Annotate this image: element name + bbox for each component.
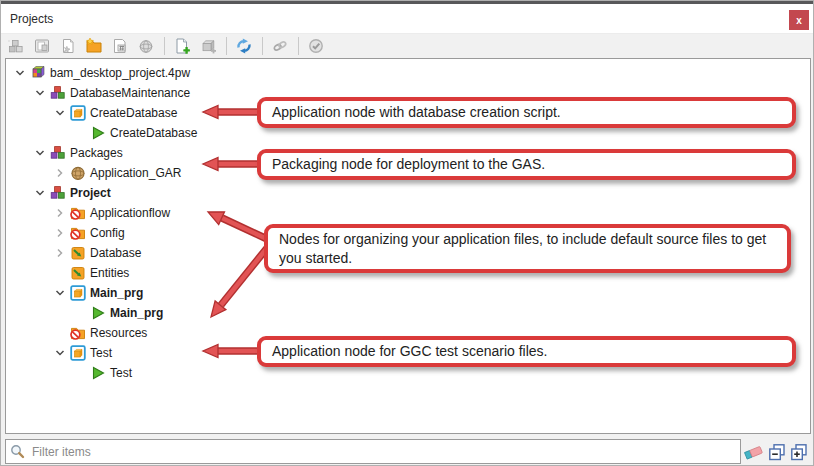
new-virtual-folder-icon[interactable] xyxy=(110,36,130,56)
clear-filter-eraser-icon[interactable] xyxy=(743,443,765,461)
tree-item-label: Project xyxy=(70,186,111,200)
chevron-right-icon[interactable] xyxy=(52,165,68,181)
tree-item-label: Entities xyxy=(90,266,129,280)
chevron-down-icon[interactable] xyxy=(12,65,28,81)
callout-text: Application node for GGC test scenario f… xyxy=(272,342,547,361)
new-project-icon[interactable] xyxy=(6,36,26,56)
toolbar-separator xyxy=(262,37,263,55)
expander-spacer xyxy=(72,365,88,381)
expander-spacer xyxy=(72,305,88,321)
chevron-down-icon[interactable] xyxy=(52,105,68,121)
tree-item-applicationflow[interactable]: Applicationflow xyxy=(6,203,810,223)
callout-create-database: Application node with database creation … xyxy=(257,97,796,128)
tree-item-label: Test xyxy=(90,346,112,360)
group-node-icon xyxy=(50,145,66,161)
excluded-folder-icon xyxy=(70,225,86,241)
group-node-icon xyxy=(50,185,66,201)
tree-item-label: Main_prg xyxy=(90,286,143,300)
tree-item-label: Packages xyxy=(70,146,123,160)
chevron-down-icon[interactable] xyxy=(32,185,48,201)
program-icon xyxy=(90,125,106,141)
link-icon[interactable] xyxy=(270,36,290,56)
tree-item-label: Test xyxy=(110,366,132,380)
chevron-right-icon[interactable] xyxy=(52,245,68,261)
tree-item-label: bam_desktop_project.4pw xyxy=(50,66,190,80)
tree-item-bam-desktop-project[interactable]: bam_desktop_project.4pw xyxy=(6,63,810,83)
new-package-icon[interactable] xyxy=(136,36,156,56)
program-icon xyxy=(90,305,106,321)
expander-spacer xyxy=(52,265,68,281)
gar-package-icon xyxy=(70,165,86,181)
tree-item-label: DatabaseMaintenance xyxy=(70,86,190,100)
chevron-down-icon[interactable] xyxy=(32,145,48,161)
collapse-all-icon[interactable] xyxy=(768,443,786,461)
tree-item-main-prg-program[interactable]: Main_prg xyxy=(6,303,810,323)
application-node-icon xyxy=(70,345,86,361)
new-from-template-icon[interactable] xyxy=(58,36,78,56)
callout-organizing-nodes: Nodes for organizing your application fi… xyxy=(264,224,791,273)
filter-input[interactable] xyxy=(5,439,741,464)
project-cube-icon xyxy=(30,65,46,81)
filter-bar xyxy=(5,439,741,464)
panel-title: Projects xyxy=(10,12,53,26)
panel-titlebar: Projects x xyxy=(1,4,813,34)
chevron-down-icon[interactable] xyxy=(32,85,48,101)
tree-item-label: Config xyxy=(90,226,125,240)
chevron-down-icon[interactable] xyxy=(52,285,68,301)
expand-all-icon[interactable] xyxy=(790,443,808,461)
open-project-icon[interactable] xyxy=(32,36,52,56)
chevron-right-icon[interactable] xyxy=(52,225,68,241)
search-icon xyxy=(10,444,25,459)
validate-icon[interactable] xyxy=(306,36,326,56)
application-node-icon xyxy=(70,105,86,121)
callout-test-scenario: Application node for GGC test scenario f… xyxy=(257,336,796,367)
new-group-icon[interactable] xyxy=(84,36,104,56)
projects-panel: Projects x bam_desktop_project.4pw Datab… xyxy=(0,0,814,466)
excluded-folder-icon xyxy=(70,205,86,221)
tree-item-label: Application_GAR xyxy=(90,166,181,180)
source-folder-icon xyxy=(70,265,86,281)
projects-toolbar xyxy=(1,34,813,58)
toolbar-separator xyxy=(226,37,227,55)
tree-item-label: CreateDatabase xyxy=(110,126,197,140)
expander-spacer xyxy=(52,325,68,341)
application-node-icon xyxy=(70,285,86,301)
toolbar-separator xyxy=(298,37,299,55)
tree-item-label: CreateDatabase xyxy=(90,106,177,120)
tree-item-label: Resources xyxy=(90,326,147,340)
group-node-icon xyxy=(50,85,66,101)
add-package-node-icon[interactable] xyxy=(198,36,218,56)
chevron-down-icon[interactable] xyxy=(52,345,68,361)
expander-spacer xyxy=(72,125,88,141)
callout-text: Nodes for organizing your application fi… xyxy=(279,230,776,268)
callout-text: Packaging node for deployment to the GAS… xyxy=(272,155,545,174)
tree-item-label: Database xyxy=(90,246,141,260)
tree-item-main-prg[interactable]: Main_prg xyxy=(6,283,810,303)
source-folder-icon xyxy=(70,245,86,261)
close-button[interactable]: x xyxy=(789,10,809,30)
excluded-folder-icon xyxy=(70,325,86,341)
toolbar-separator xyxy=(164,37,165,55)
tree-item-label: Main_prg xyxy=(110,306,163,320)
add-file-icon[interactable] xyxy=(172,36,192,56)
callout-text: Application node with database creation … xyxy=(272,103,561,122)
callout-packaging: Packaging node for deployment to the GAS… xyxy=(257,149,796,180)
tree-item-project[interactable]: Project xyxy=(6,183,810,203)
refresh-icon[interactable] xyxy=(234,36,254,56)
tree-item-label: Applicationflow xyxy=(90,206,170,220)
chevron-right-icon[interactable] xyxy=(52,205,68,221)
program-icon xyxy=(90,365,106,381)
